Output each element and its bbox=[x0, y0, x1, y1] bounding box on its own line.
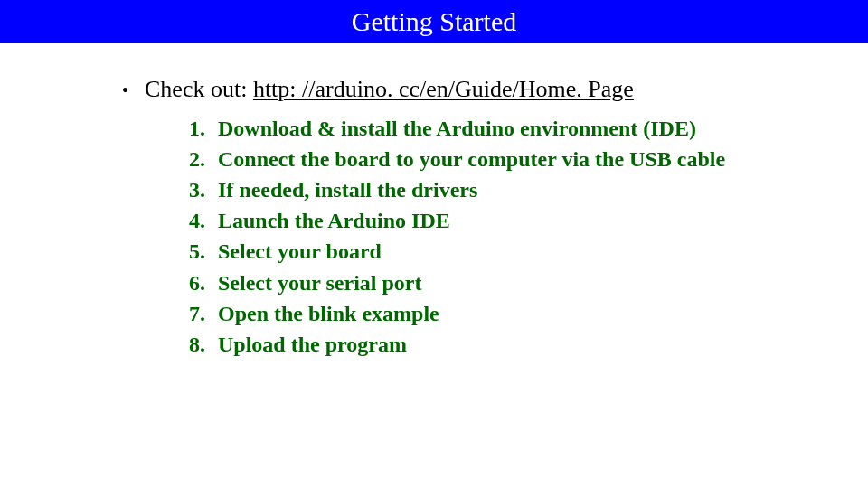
numbered-list: 1.Download & install the Arduino environ… bbox=[122, 114, 746, 360]
list-text: Select your board bbox=[218, 237, 746, 267]
list-text: If needed, install the drivers bbox=[218, 175, 746, 205]
list-item: 7.Open the blink example bbox=[175, 299, 746, 329]
list-number: 4. bbox=[175, 206, 205, 236]
list-number: 6. bbox=[175, 268, 205, 298]
list-number: 5. bbox=[175, 237, 205, 267]
list-text: Open the blink example bbox=[218, 299, 746, 329]
list-number: 3. bbox=[175, 175, 205, 205]
list-number: 2. bbox=[175, 145, 205, 174]
list-item: 4.Launch the Arduino IDE bbox=[175, 206, 746, 236]
bullet-item: • Check out: http: //arduino. cc/en/Guid… bbox=[122, 76, 832, 103]
bullet-dot-icon: • bbox=[122, 80, 128, 101]
list-text: Select your serial port bbox=[218, 268, 746, 298]
list-number: 1. bbox=[175, 114, 205, 144]
list-item: 8.Upload the program bbox=[175, 330, 746, 360]
bullet-lead: Check out: bbox=[145, 76, 253, 102]
list-number: 8. bbox=[175, 330, 205, 360]
list-item: 5.Select your board bbox=[175, 237, 746, 267]
list-text: Download & install the Arduino environme… bbox=[218, 114, 746, 144]
list-text: Upload the program bbox=[218, 330, 746, 360]
list-text: Launch the Arduino IDE bbox=[218, 206, 746, 236]
list-number: 7. bbox=[175, 299, 205, 329]
list-item: 6.Select your serial port bbox=[175, 268, 746, 298]
list-item: 2.Connect the board to your computer via… bbox=[175, 145, 746, 174]
guide-link[interactable]: http: //arduino. cc/en/Guide/Home. Page bbox=[253, 76, 634, 102]
slide-title: Getting Started bbox=[0, 0, 868, 43]
list-item: 3.If needed, install the drivers bbox=[175, 175, 746, 205]
slide-content: • Check out: http: //arduino. cc/en/Guid… bbox=[0, 43, 868, 360]
list-item: 1.Download & install the Arduino environ… bbox=[175, 114, 746, 144]
list-text: Connect the board to your computer via t… bbox=[218, 145, 746, 174]
bullet-text-wrapper: Check out: http: //arduino. cc/en/Guide/… bbox=[145, 76, 634, 103]
